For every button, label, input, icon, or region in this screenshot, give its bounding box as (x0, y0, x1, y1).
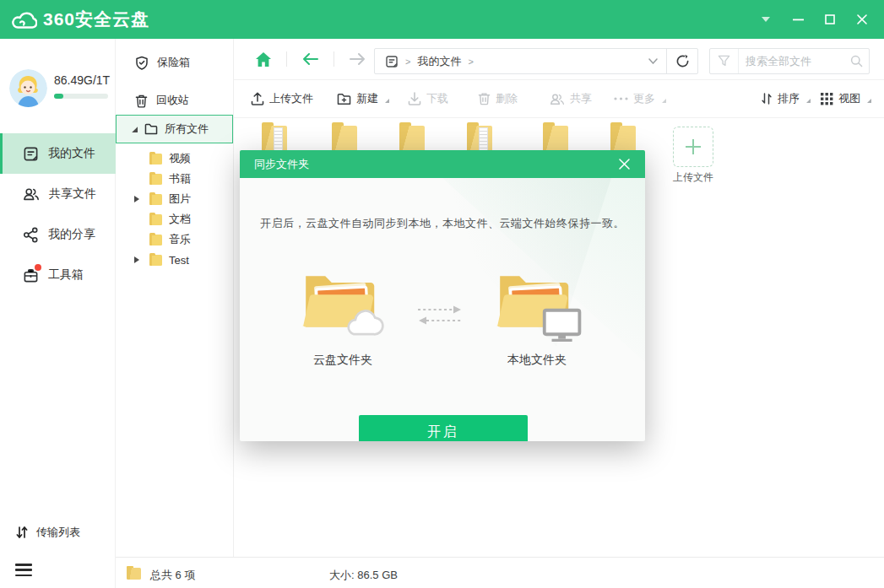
forward-button[interactable] (348, 50, 366, 68)
sync-arrows-icon (415, 305, 465, 326)
navigation-bar: > 我的文件 > (234, 39, 884, 80)
app-logo: 360安全云盘 (12, 8, 149, 31)
folder-icon (127, 566, 141, 580)
trash-icon (135, 94, 148, 108)
tree-child-video[interactable]: 视频 (116, 148, 234, 169)
drop-upload-arrow-icon[interactable] (754, 8, 778, 31)
back-button[interactable] (301, 50, 320, 68)
sidebar-item-shared-files[interactable]: 共享文件 (0, 174, 116, 214)
local-folder-label: 本地文件夹 (486, 353, 588, 368)
folder-icon (149, 154, 162, 165)
tree-item-vault[interactable]: 保险箱 (135, 52, 190, 73)
button-label: 共享 (570, 91, 592, 106)
breadcrumb-root[interactable]: 我的文件 (417, 54, 461, 69)
upload-tile[interactable] (673, 127, 713, 167)
document-icon (385, 55, 399, 68)
tree-child-pictures[interactable]: 图片 (116, 189, 234, 209)
view-button[interactable]: 视图 (821, 89, 871, 108)
sidebar-item-my-shares[interactable]: 我的分享 (0, 214, 116, 255)
home-button[interactable] (254, 50, 273, 68)
dialog-description: 开启后，云盘文件自动同步到本地，本地文件、云端文件始终保持一致。 (240, 216, 645, 231)
upload-file-button[interactable]: 上传文件 (251, 89, 313, 108)
cloud-folder-label: 云盘文件夹 (292, 353, 393, 368)
close-button[interactable] (850, 8, 874, 31)
enable-sync-button[interactable]: 开启 (359, 415, 528, 441)
user-block: 86.49G/1T (9, 69, 111, 116)
delete-button[interactable]: 删除 (478, 89, 518, 108)
tree-child-books[interactable]: 书籍 (116, 169, 234, 189)
document-icon (23, 146, 39, 162)
breadcrumb-bar: > 我的文件 > (374, 48, 698, 74)
caret-collapsed-icon[interactable] (134, 196, 139, 202)
tree-child-test[interactable]: Test (116, 250, 234, 270)
maximize-button[interactable] (818, 8, 842, 31)
folder-icon (149, 174, 162, 185)
new-folder-icon (337, 93, 351, 105)
upload-icon (251, 92, 264, 105)
local-folder-illustration: 本地文件夹 (486, 264, 588, 368)
transfer-list-button[interactable]: 传输列表 (15, 525, 80, 540)
dialog-header: 同步文件夹 (240, 150, 645, 178)
folder-tree-panel: 保险箱 回收站 所有文件 视频 书籍 (116, 39, 234, 557)
chevron-down-icon[interactable] (648, 58, 658, 64)
dialog-close-button[interactable] (615, 155, 633, 174)
search-icon[interactable] (843, 55, 869, 67)
sidebar-item-label: 共享文件 (49, 186, 96, 202)
share-nodes-icon (23, 227, 39, 243)
people-icon (550, 93, 565, 105)
storage-usage: 86.49G/1T (54, 73, 110, 87)
status-bar: 总共 6 项 大小: 86.5 GB (116, 557, 884, 588)
folder-icon (149, 235, 162, 245)
window-controls (754, 0, 874, 39)
menu-hamburger-icon[interactable] (15, 564, 32, 576)
caret-expanded-icon[interactable] (131, 126, 138, 132)
avatar[interactable] (9, 69, 47, 107)
breadcrumb-separator: > (468, 57, 473, 67)
button-label: 更多 (633, 91, 655, 106)
tree-item-label: 保险箱 (157, 55, 190, 70)
tree-child-label: 视频 (169, 151, 191, 166)
status-total-items: 总共 6 项 (150, 568, 195, 583)
folder-tile[interactable] (332, 122, 357, 153)
divider (286, 51, 287, 67)
tree-child-documents[interactable]: 文档 (116, 209, 234, 229)
tree-child-label: 音乐 (169, 232, 191, 247)
minimize-button[interactable] (786, 8, 810, 31)
folder-tile[interactable] (399, 122, 425, 153)
button-label: 排序 (778, 91, 800, 106)
tree-item-recycle-bin[interactable]: 回收站 (135, 90, 189, 111)
upload-tile-label: 上传文件 (663, 170, 724, 185)
caret-collapsed-icon[interactable] (134, 256, 139, 263)
breadcrumb-separator: > (405, 57, 410, 67)
folder-tile[interactable] (543, 122, 568, 153)
storage-progress-bar (54, 94, 108, 99)
search-input[interactable] (739, 55, 843, 67)
divider (334, 51, 334, 67)
share-button[interactable]: 共享 (550, 89, 592, 108)
folder-outline-icon (144, 123, 158, 135)
refresh-button[interactable] (667, 48, 697, 74)
tree-children: 视频 书籍 图片 文档 音乐 Test (116, 148, 234, 270)
sidebar-item-label: 我的分享 (48, 227, 95, 242)
main-area: > 我的文件 > (234, 39, 884, 557)
cloud-folder-illustration: 云盘文件夹 (292, 264, 393, 368)
folder-tile[interactable] (610, 122, 636, 153)
toolbox-icon (23, 267, 39, 283)
transfer-arrows-icon (15, 526, 29, 539)
folder-tile[interactable] (467, 122, 492, 153)
sidebar-item-toolbox[interactable]: 工具箱 (0, 255, 116, 295)
tree-item-all-files[interactable]: 所有文件 (116, 115, 233, 143)
sidebar-item-my-files[interactable]: 我的文件 (0, 133, 116, 174)
folder-tile[interactable] (262, 122, 287, 153)
dropdown-corner-icon (660, 94, 666, 103)
filter-funnel-icon[interactable] (710, 49, 739, 73)
more-button[interactable]: 更多 (614, 89, 666, 108)
tree-child-music[interactable]: 音乐 (116, 229, 234, 250)
folder-icon (149, 255, 162, 266)
download-button[interactable]: 下载 (408, 89, 448, 108)
new-folder-button[interactable]: 新建 (337, 89, 389, 108)
notification-badge (35, 264, 41, 271)
sort-button[interactable]: 排序 (761, 89, 811, 108)
breadcrumb: > 我的文件 > (375, 54, 648, 69)
button-label: 新建 (356, 91, 378, 106)
